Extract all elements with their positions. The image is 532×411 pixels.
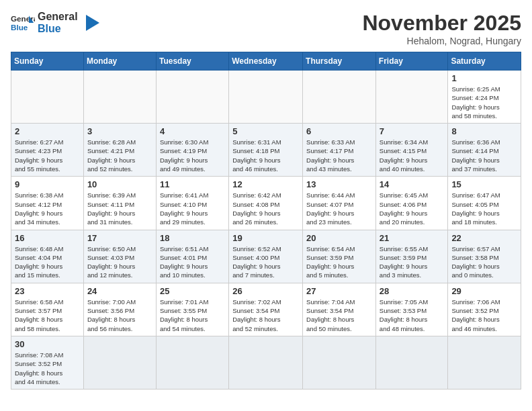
day-number: 1	[451, 73, 517, 83]
day-number: 19	[232, 233, 299, 243]
calendar-day-cell: 29Sunrise: 7:06 AM Sunset: 3:52 PM Dayli…	[448, 283, 521, 336]
calendar-table: SundayMondayTuesdayWednesdayThursdayFrid…	[11, 52, 521, 390]
calendar-day-cell: 21Sunrise: 6:55 AM Sunset: 3:59 PM Dayli…	[375, 230, 448, 283]
day-number: 7	[380, 126, 445, 136]
day-number: 20	[306, 233, 372, 243]
calendar-day-cell	[303, 336, 376, 389]
weekday-header-saturday: Saturday	[448, 52, 521, 71]
calendar-day-cell: 19Sunrise: 6:52 AM Sunset: 4:00 PM Dayli…	[229, 230, 303, 283]
day-info: Sunrise: 7:05 AM Sunset: 3:53 PM Dayligh…	[380, 298, 445, 333]
calendar-day-cell: 10Sunrise: 6:39 AM Sunset: 4:11 PM Dayli…	[83, 177, 156, 230]
day-info: Sunrise: 6:55 AM Sunset: 3:59 PM Dayligh…	[380, 244, 445, 280]
day-info: Sunrise: 6:28 AM Sunset: 4:21 PM Dayligh…	[87, 138, 152, 173]
weekday-header-monday: Monday	[83, 52, 156, 71]
day-number: 24	[87, 286, 152, 296]
calendar-day-cell: 28Sunrise: 7:05 AM Sunset: 3:53 PM Dayli…	[375, 283, 448, 336]
day-number: 29	[451, 286, 517, 296]
calendar-day-cell	[83, 336, 156, 389]
day-info: Sunrise: 6:25 AM Sunset: 4:24 PM Dayligh…	[451, 85, 517, 120]
calendar-day-cell	[303, 71, 376, 124]
day-info: Sunrise: 6:31 AM Sunset: 4:18 PM Dayligh…	[232, 138, 299, 173]
calendar-week-row: 2Sunrise: 6:27 AM Sunset: 4:23 PM Daylig…	[11, 124, 521, 177]
calendar-day-cell: 4Sunrise: 6:30 AM Sunset: 4:19 PM Daylig…	[156, 124, 228, 177]
day-info: Sunrise: 6:45 AM Sunset: 4:06 PM Dayligh…	[380, 191, 445, 226]
title-section: November 2025 Hehalom, Nograd, Hungary	[362, 11, 521, 46]
calendar-day-cell: 15Sunrise: 6:47 AM Sunset: 4:05 PM Dayli…	[448, 177, 521, 230]
calendar-day-cell: 23Sunrise: 6:58 AM Sunset: 3:57 PM Dayli…	[11, 283, 84, 336]
weekday-header-friday: Friday	[375, 52, 448, 71]
calendar-day-cell: 18Sunrise: 6:51 AM Sunset: 4:01 PM Dayli…	[156, 230, 228, 283]
calendar-day-cell	[229, 336, 303, 389]
calendar-day-cell: 22Sunrise: 6:57 AM Sunset: 3:58 PM Dayli…	[448, 230, 521, 283]
day-number: 11	[160, 179, 225, 189]
page-header: General Blue General Blue November 2025 …	[11, 11, 521, 46]
calendar-day-cell: 24Sunrise: 7:00 AM Sunset: 3:56 PM Dayli…	[83, 283, 156, 336]
day-info: Sunrise: 6:34 AM Sunset: 4:15 PM Dayligh…	[380, 138, 445, 173]
day-info: Sunrise: 7:02 AM Sunset: 3:54 PM Dayligh…	[232, 298, 299, 333]
day-number: 25	[160, 286, 225, 296]
day-number: 5	[232, 126, 299, 136]
day-number: 14	[380, 179, 445, 189]
weekday-header-row: SundayMondayTuesdayWednesdayThursdayFrid…	[11, 52, 521, 71]
weekday-header-sunday: Sunday	[11, 52, 84, 71]
day-info: Sunrise: 7:01 AM Sunset: 3:55 PM Dayligh…	[160, 298, 225, 333]
calendar-day-cell: 26Sunrise: 7:02 AM Sunset: 3:54 PM Dayli…	[229, 283, 303, 336]
day-info: Sunrise: 6:47 AM Sunset: 4:05 PM Dayligh…	[451, 191, 517, 226]
logo-icon: General Blue	[11, 11, 35, 35]
day-info: Sunrise: 6:30 AM Sunset: 4:19 PM Dayligh…	[160, 138, 225, 173]
calendar-day-cell	[229, 71, 303, 124]
calendar-day-cell: 8Sunrise: 6:36 AM Sunset: 4:14 PM Daylig…	[448, 124, 521, 177]
day-number: 26	[232, 286, 299, 296]
day-number: 3	[87, 126, 152, 136]
calendar-day-cell: 11Sunrise: 6:41 AM Sunset: 4:10 PM Dayli…	[156, 177, 228, 230]
calendar-day-cell: 2Sunrise: 6:27 AM Sunset: 4:23 PM Daylig…	[11, 124, 84, 177]
calendar-day-cell	[11, 71, 84, 124]
day-number: 27	[306, 286, 372, 296]
calendar-day-cell: 3Sunrise: 6:28 AM Sunset: 4:21 PM Daylig…	[83, 124, 156, 177]
day-info: Sunrise: 6:50 AM Sunset: 4:03 PM Dayligh…	[87, 244, 152, 280]
calendar-week-row: 9Sunrise: 6:38 AM Sunset: 4:12 PM Daylig…	[11, 177, 521, 230]
calendar-day-cell: 27Sunrise: 7:04 AM Sunset: 3:54 PM Dayli…	[303, 283, 376, 336]
calendar-day-cell: 6Sunrise: 6:33 AM Sunset: 4:17 PM Daylig…	[303, 124, 376, 177]
logo-blue: Blue	[38, 23, 78, 35]
calendar-week-row: 23Sunrise: 6:58 AM Sunset: 3:57 PM Dayli…	[11, 283, 521, 336]
day-number: 9	[15, 179, 80, 189]
calendar-day-cell: 9Sunrise: 6:38 AM Sunset: 4:12 PM Daylig…	[11, 177, 84, 230]
day-number: 17	[87, 233, 152, 243]
svg-text:Blue: Blue	[11, 23, 28, 32]
day-info: Sunrise: 6:44 AM Sunset: 4:07 PM Dayligh…	[306, 191, 372, 226]
calendar-week-row: 16Sunrise: 6:48 AM Sunset: 4:04 PM Dayli…	[11, 230, 521, 283]
day-info: Sunrise: 6:58 AM Sunset: 3:57 PM Dayligh…	[15, 298, 80, 333]
day-number: 2	[15, 126, 80, 136]
day-number: 12	[232, 179, 299, 189]
day-info: Sunrise: 7:08 AM Sunset: 3:52 PM Dayligh…	[15, 351, 80, 386]
location-subtitle: Hehalom, Nograd, Hungary	[362, 36, 521, 46]
day-number: 10	[87, 179, 152, 189]
day-number: 8	[451, 126, 517, 136]
calendar-day-cell	[156, 71, 228, 124]
calendar-day-cell: 20Sunrise: 6:54 AM Sunset: 3:59 PM Dayli…	[303, 230, 376, 283]
day-info: Sunrise: 6:36 AM Sunset: 4:14 PM Dayligh…	[451, 138, 517, 173]
day-info: Sunrise: 7:06 AM Sunset: 3:52 PM Dayligh…	[451, 298, 517, 333]
calendar-day-cell: 13Sunrise: 6:44 AM Sunset: 4:07 PM Dayli…	[303, 177, 376, 230]
calendar-day-cell: 12Sunrise: 6:42 AM Sunset: 4:08 PM Dayli…	[229, 177, 303, 230]
day-number: 13	[306, 179, 372, 189]
day-info: Sunrise: 7:00 AM Sunset: 3:56 PM Dayligh…	[87, 298, 152, 333]
calendar-day-cell: 5Sunrise: 6:31 AM Sunset: 4:18 PM Daylig…	[229, 124, 303, 177]
calendar-day-cell: 25Sunrise: 7:01 AM Sunset: 3:55 PM Dayli…	[156, 283, 228, 336]
day-number: 15	[451, 179, 517, 189]
day-info: Sunrise: 6:57 AM Sunset: 3:58 PM Dayligh…	[451, 244, 517, 280]
calendar-week-row: 30Sunrise: 7:08 AM Sunset: 3:52 PM Dayli…	[11, 336, 521, 389]
day-info: Sunrise: 6:54 AM Sunset: 3:59 PM Dayligh…	[306, 244, 372, 280]
calendar-day-cell: 14Sunrise: 6:45 AM Sunset: 4:06 PM Dayli…	[375, 177, 448, 230]
day-number: 23	[15, 286, 80, 296]
day-number: 22	[451, 233, 517, 243]
logo-general: General	[38, 11, 78, 23]
day-info: Sunrise: 6:52 AM Sunset: 4:00 PM Dayligh…	[232, 244, 299, 280]
weekday-header-tuesday: Tuesday	[156, 52, 228, 71]
calendar-day-cell	[83, 71, 156, 124]
day-number: 4	[160, 126, 225, 136]
day-info: Sunrise: 6:51 AM Sunset: 4:01 PM Dayligh…	[160, 244, 225, 280]
day-number: 30	[15, 339, 80, 349]
calendar-day-cell: 17Sunrise: 6:50 AM Sunset: 4:03 PM Dayli…	[83, 230, 156, 283]
